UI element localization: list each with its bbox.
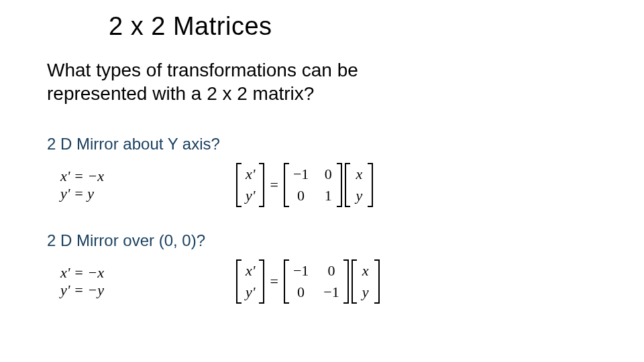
rhs-1: y xyxy=(354,187,364,204)
lhs-1: y' xyxy=(246,187,255,204)
section-label-mirror-y: 2 D Mirror about Y axis? xyxy=(47,135,597,154)
m10: 0 xyxy=(297,284,306,301)
equals-sign: = xyxy=(266,273,282,290)
m11: 1 xyxy=(323,187,333,204)
rhs-0: x xyxy=(354,166,364,183)
vector-lhs: x' y' xyxy=(236,259,264,304)
slide-content: 2 x 2 Matrices What types of transformat… xyxy=(0,0,644,304)
lhs-0: x' xyxy=(246,166,255,183)
subtitle-line-2: represented with a 2 x 2 matrix? xyxy=(47,82,597,105)
vector-lhs: x' y' xyxy=(236,163,264,207)
m00: −1 xyxy=(293,262,309,280)
eq-x: x' = −x xyxy=(60,168,235,185)
matrix-equation: x' y' = −1 0 0 1 x y xyxy=(235,163,374,207)
subtitle-line-1: What types of transformations can be xyxy=(47,58,597,82)
rhs-0: x xyxy=(361,262,370,280)
lhs-1: y' xyxy=(246,284,255,301)
matrix-2x2: −1 0 0 −1 xyxy=(284,259,349,304)
m01: 0 xyxy=(323,166,333,183)
eq-y: y' = −y xyxy=(60,282,235,299)
eq-y: y' = y xyxy=(60,185,235,202)
scalar-equations: x' = −x y' = −y xyxy=(47,264,235,300)
lhs-0: x' xyxy=(246,262,255,280)
m01: 0 xyxy=(327,262,336,280)
page-title: 2 x 2 Matrices xyxy=(109,12,597,41)
m11: −1 xyxy=(323,284,339,301)
vector-rhs: x y xyxy=(345,163,373,207)
matrix-2x2: −1 0 0 1 xyxy=(284,163,342,207)
matrix-equation: x' y' = −1 0 0 −1 x y xyxy=(235,259,381,304)
scalar-equations: x' = −x y' = y xyxy=(47,168,235,203)
m10: 0 xyxy=(297,187,306,204)
vector-rhs: x y xyxy=(352,259,380,304)
equation-row-mirror-origin: x' = −x y' = −y x' y' = −1 0 0 −1 xyxy=(47,259,597,304)
equals-sign: = xyxy=(266,176,282,194)
subtitle: What types of transformations can be rep… xyxy=(47,58,597,105)
equation-row-mirror-y: x' = −x y' = y x' y' = −1 0 0 1 xyxy=(47,163,597,207)
m00: −1 xyxy=(293,166,309,183)
eq-x: x' = −x xyxy=(60,264,235,282)
section-label-mirror-origin: 2 D Mirror over (0, 0)? xyxy=(47,231,597,250)
rhs-1: y xyxy=(361,284,370,301)
